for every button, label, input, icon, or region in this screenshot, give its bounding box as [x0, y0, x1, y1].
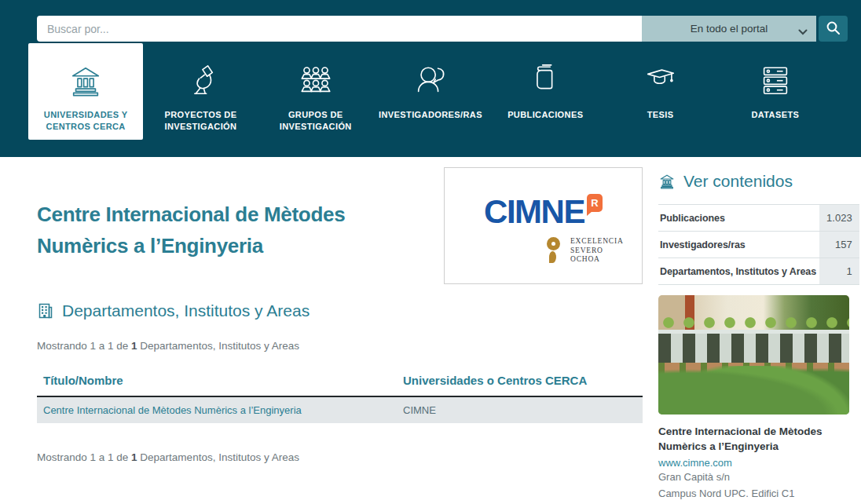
section-heading: Departamentos, Institutos y Areas: [37, 301, 643, 320]
nav-label: TESIS: [647, 109, 674, 121]
org-address-line: Gran Capità s/n: [658, 469, 849, 485]
building-icon: [37, 302, 54, 320]
column-header-titulo[interactable]: Título/Nombre: [37, 367, 397, 396]
nav-label: DATASETS: [751, 109, 799, 121]
stat-value: 1: [819, 258, 859, 285]
stat-value: 1.023: [819, 205, 859, 232]
org-website-link[interactable]: www.cimne.com: [658, 457, 849, 469]
center-photo: [658, 295, 849, 415]
nav-item-investigadores[interactable]: INVESTIGADORES/RAS: [373, 43, 488, 140]
nav-label: PUBLICACIONES: [507, 109, 583, 121]
server-stack-icon: [757, 60, 793, 101]
cimne-wordmark: CIMNE: [484, 196, 584, 228]
seal-text: EXCELENCIA SEVERO OCHOA: [570, 236, 624, 265]
section-title: Departamentos, Institutos y Areas: [62, 301, 310, 320]
nav-item-proyectos[interactable]: PROYECTOS DE INVESTIGACIÓN: [143, 43, 258, 140]
contents-stats: Publicaciones 1.023 Investigadores/ras 1…: [658, 204, 859, 285]
column-header-universidad[interactable]: Universidades o Centros CERCA: [397, 367, 643, 396]
stat-value: 157: [819, 232, 859, 258]
bank-icon: [658, 173, 676, 190]
book-icon: [527, 60, 563, 101]
results-count-bottom: Mostrando 1 a 1 de 1 Departamentos, Inst…: [37, 451, 643, 463]
graduation-cap-icon: [643, 60, 679, 101]
nav-item-tesis[interactable]: TESIS: [603, 43, 717, 140]
stat-row-publicaciones[interactable]: Publicaciones 1.023: [658, 205, 859, 232]
chevron-down-icon: [798, 26, 808, 38]
search-icon: [826, 20, 841, 38]
stat-label: Publicaciones: [658, 205, 819, 232]
stat-row-investigadores[interactable]: Investigadores/ras 157: [658, 232, 859, 258]
sidebar-heading: Ver contenidos: [658, 172, 849, 191]
severo-ochoa-seal: EXCELENCIA SEVERO OCHOA: [545, 236, 624, 265]
page-content: Centre Internacional de Mètodes Numèrics…: [0, 157, 861, 504]
nav-item-publicaciones[interactable]: PUBLICACIONES: [488, 43, 603, 140]
search-scope-value: En todo el portal: [691, 23, 768, 35]
sidebar-heading-label: Ver contenidos: [683, 172, 793, 191]
nav-label: INVESTIGADORES/RAS: [379, 109, 482, 121]
search-bar: En todo el portal: [0, 0, 861, 42]
registered-badge: R: [587, 194, 603, 212]
nav-item-universidades[interactable]: UNIVERSIDADES Y CENTROS CERCA: [28, 43, 143, 140]
cimne-logo: CIMNE R EXCELENCIA SEVERO OCHOA: [444, 167, 643, 284]
main-column: Centre Internacional de Mètodes Numèrics…: [37, 167, 643, 504]
org-name: Centre Internacional de Mètodes Numèrics…: [658, 424, 849, 454]
table-row: Centre Internacional de Mètodes Numèrics…: [37, 396, 643, 423]
main-nav: UNIVERSIDADES Y CENTROS CERCA PROYECTOS …: [28, 43, 833, 140]
stat-label: Investigadores/ras: [658, 232, 819, 258]
search-input[interactable]: [37, 16, 642, 42]
nav-label: PROYECTOS DE INVESTIGACIÓN: [148, 109, 252, 133]
sidebar: Ver contenidos Publicaciones 1.023 Inves…: [658, 167, 849, 504]
microscope-icon: [182, 60, 218, 101]
severo-ochoa-key-icon: [545, 236, 564, 265]
results-count-top: Mostrando 1 a 1 de 1 Departamentos, Inst…: [37, 340, 643, 352]
nav-item-grupos[interactable]: GRUPOS DE INVESTIGACIÓN: [258, 43, 373, 140]
department-link[interactable]: Centre Internacional de Mètodes Numèrics…: [43, 404, 302, 416]
people-group-icon: [298, 60, 334, 101]
search-button[interactable]: [819, 16, 848, 42]
search-scope-select[interactable]: En todo el portal: [642, 16, 816, 42]
department-center: CIMNE: [403, 404, 436, 416]
stat-label: Departamentos, Institutos y Areas: [658, 258, 819, 285]
org-address-line: Campus Nord UPC. Edifici C1: [658, 485, 849, 502]
nav-label: GRUPOS DE INVESTIGACIÓN: [264, 109, 368, 133]
nav-label: UNIVERSIDADES Y CENTROS CERCA: [34, 109, 137, 133]
bank-icon: [68, 60, 104, 101]
page-title: Centre Internacional de Mètodes Numèrics…: [37, 199, 428, 284]
nav-item-datasets[interactable]: DATASETS: [718, 43, 833, 140]
departments-table: Título/Nombre Universidades o Centros CE…: [37, 367, 643, 423]
researcher-icon: [412, 60, 449, 101]
stat-row-departamentos[interactable]: Departamentos, Institutos y Areas 1: [658, 258, 859, 285]
header: En todo el portal UNIVE: [0, 0, 861, 157]
